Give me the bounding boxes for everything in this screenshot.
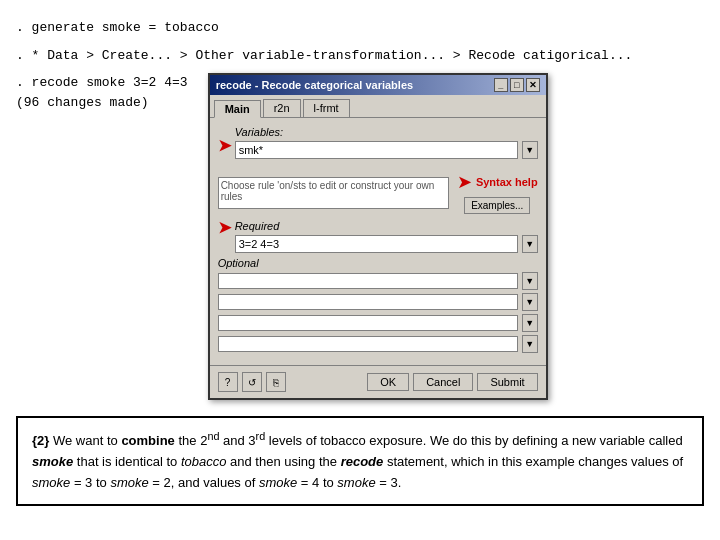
dialog-footer: ? ↺ ⎘ OK Cancel Submit	[210, 365, 546, 398]
dialog-body: ➤ Variables: ▼ Choose rule 'on/sts t	[210, 118, 546, 365]
recode-dialog: recode - Recode categorical variables _ …	[208, 73, 548, 400]
code-line-1: . generate smoke = tobacco	[16, 18, 704, 38]
variables-label: Variables:	[235, 126, 538, 138]
rule-instruction: Choose rule 'on/sts to edit or construct…	[218, 177, 449, 209]
optional-input-2[interactable]	[218, 294, 518, 310]
bottom-explanation-box: {2} We want to combine the 2nd and 3rd l…	[16, 416, 704, 506]
required-arrow: ➤	[218, 220, 231, 236]
optional-dropdown-2[interactable]: ▼	[522, 293, 538, 311]
copy-icon[interactable]: ⎘	[266, 372, 286, 392]
dialog-titlebar: recode - Recode categorical variables _ …	[210, 75, 546, 95]
optional-input-4[interactable]	[218, 336, 518, 352]
titlebar-buttons: _ □ ✕	[494, 78, 540, 92]
syntax-help-arrow: ➤	[457, 171, 472, 193]
variables-arrow: ➤	[218, 138, 231, 154]
code-line-2: . * Data > Create... > Other variable-tr…	[16, 46, 704, 66]
syntax-help-container: Choose rule 'on/sts to edit or construct…	[218, 171, 538, 214]
examples-button[interactable]: Examples...	[464, 197, 530, 214]
required-dropdown[interactable]: ▼	[522, 235, 538, 253]
optional-row-1: ▼	[218, 272, 538, 290]
optional-rows: ▼ ▼ ▼ ▼	[218, 272, 538, 353]
dialog-title: recode - Recode categorical variables	[216, 79, 413, 91]
minimize-button[interactable]: _	[494, 78, 508, 92]
recode-command: . recode smoke 3=2 4=3	[16, 73, 188, 93]
optional-row-4: ▼	[218, 335, 538, 353]
optional-dropdown-1[interactable]: ▼	[522, 272, 538, 290]
footer-buttons: OK Cancel Submit	[367, 373, 537, 391]
left-code: . recode smoke 3=2 4=3 (96 changes made)	[16, 73, 198, 400]
optional-row-2: ▼	[218, 293, 538, 311]
optional-input-1[interactable]	[218, 273, 518, 289]
tab-lfrmt[interactable]: l-frmt	[303, 99, 350, 117]
ok-button[interactable]: OK	[367, 373, 409, 391]
dialog-container: recode - Recode categorical variables _ …	[208, 73, 704, 400]
bottom-label: {2}	[32, 433, 49, 448]
maximize-button[interactable]: □	[510, 78, 524, 92]
required-input[interactable]	[235, 235, 518, 253]
dialog-tabs: Main r2n l-frmt	[210, 95, 546, 118]
required-label: Required	[235, 220, 538, 232]
tab-r2n[interactable]: r2n	[263, 99, 301, 117]
help-icon[interactable]: ?	[218, 372, 238, 392]
top-section: . generate smoke = tobacco . * Data > Cr…	[16, 10, 704, 69]
submit-button[interactable]: Submit	[477, 373, 537, 391]
footer-icons: ? ↺ ⎘	[218, 372, 286, 392]
variables-dropdown[interactable]: ▼	[522, 141, 538, 159]
reset-icon[interactable]: ↺	[242, 372, 262, 392]
variables-row: ▼	[235, 141, 538, 159]
optional-label: Optional	[218, 257, 538, 269]
middle-section: . recode smoke 3=2 4=3 (96 changes made)…	[16, 73, 704, 400]
required-row: ▼	[235, 235, 538, 253]
optional-dropdown-4[interactable]: ▼	[522, 335, 538, 353]
bottom-text: We want to combine the 2nd and 3rd level…	[32, 433, 683, 490]
optional-input-3[interactable]	[218, 315, 518, 331]
close-button[interactable]: ✕	[526, 78, 540, 92]
optional-row-3: ▼	[218, 314, 538, 332]
tab-main[interactable]: Main	[214, 100, 261, 118]
optional-dropdown-3[interactable]: ▼	[522, 314, 538, 332]
variables-input[interactable]	[235, 141, 518, 159]
cancel-button[interactable]: Cancel	[413, 373, 473, 391]
changes-made: (96 changes made)	[16, 93, 188, 113]
syntax-help-label: Syntax help	[476, 176, 538, 188]
